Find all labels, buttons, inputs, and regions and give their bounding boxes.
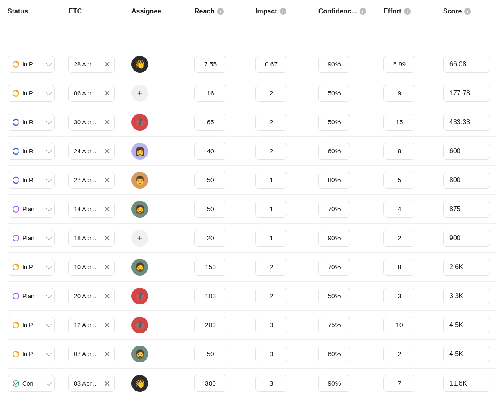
score-value[interactable]: 4.5K (443, 346, 490, 362)
effort-input[interactable]: 8 (383, 259, 415, 276)
effort-input[interactable]: 8 (383, 143, 415, 160)
etc-chip[interactable]: 07 Apr... (68, 346, 115, 362)
assignee-avatar[interactable]: 🕷️ (131, 114, 148, 131)
reach-input[interactable]: 65 (194, 114, 226, 131)
impact-input[interactable]: 2 (255, 114, 287, 131)
reach-input[interactable]: 50 (194, 172, 226, 189)
clear-etc-icon[interactable] (104, 235, 110, 241)
assignee-avatar[interactable]: 👩 (131, 143, 148, 160)
reach-input[interactable]: 20 (194, 230, 226, 247)
confidence-input[interactable]: 50% (318, 114, 350, 131)
effort-input[interactable]: 2 (383, 346, 415, 362)
score-value[interactable]: 66.08 (443, 56, 490, 73)
etc-chip[interactable]: 06 Apr... (68, 85, 115, 102)
confidence-input[interactable]: 90% (318, 230, 350, 247)
confidence-input[interactable]: 70% (318, 201, 350, 218)
status-select[interactable]: Plan (8, 201, 55, 218)
clear-etc-icon[interactable] (104, 177, 110, 183)
score-value[interactable]: 177.78 (443, 85, 490, 102)
column-header[interactable]: Impacti (255, 8, 318, 15)
confidence-input[interactable]: 75% (318, 317, 350, 333)
etc-chip[interactable]: 10 Apr,... (68, 259, 115, 276)
reach-input[interactable]: 50 (194, 201, 226, 218)
info-icon[interactable]: i (217, 8, 224, 15)
etc-chip[interactable]: 12 Apr,... (68, 317, 115, 333)
etc-chip[interactable]: 27 Apr... (68, 172, 115, 189)
assignee-avatar[interactable]: 👋 (131, 375, 148, 392)
confidence-input[interactable]: 50% (318, 85, 350, 102)
effort-input[interactable]: 10 (383, 317, 415, 333)
effort-input[interactable]: 7 (383, 375, 415, 392)
status-select[interactable]: In R (8, 114, 55, 131)
etc-chip[interactable]: 20 Apr... (68, 288, 115, 304)
impact-input[interactable]: 2 (255, 85, 287, 102)
column-header[interactable]: Status (8, 8, 68, 15)
score-value[interactable]: 3.3K (443, 288, 490, 304)
score-value[interactable]: 4.5K (443, 317, 490, 333)
info-icon[interactable]: i (360, 8, 366, 15)
score-value[interactable]: 800 (443, 172, 490, 189)
clear-etc-icon[interactable] (104, 119, 110, 125)
confidence-input[interactable]: 90% (318, 56, 350, 73)
status-select[interactable]: In P (8, 346, 55, 362)
clear-etc-icon[interactable] (104, 206, 110, 212)
reach-input[interactable]: 200 (194, 317, 226, 333)
impact-input[interactable]: 3 (255, 346, 287, 362)
assignee-avatar[interactable]: 🕷️ (131, 288, 148, 304)
reach-input[interactable]: 16 (194, 85, 226, 102)
effort-input[interactable]: 5 (383, 172, 415, 189)
score-value[interactable]: 433.33 (443, 114, 490, 131)
assignee-avatar[interactable]: 🕷️ (131, 317, 148, 333)
effort-input[interactable]: 3 (383, 288, 415, 304)
effort-input[interactable]: 2 (383, 230, 415, 247)
etc-chip[interactable]: 03 Apr... (68, 375, 115, 392)
reach-input[interactable]: 100 (194, 288, 226, 304)
etc-chip[interactable]: 18 Apr,... (68, 230, 115, 247)
confidence-input[interactable]: 70% (318, 259, 350, 276)
clear-etc-icon[interactable] (104, 90, 110, 96)
score-value[interactable]: 875 (443, 201, 490, 218)
impact-input[interactable]: 1 (255, 201, 287, 218)
status-select[interactable]: In R (8, 172, 55, 189)
effort-input[interactable]: 9 (383, 85, 415, 102)
confidence-input[interactable]: 60% (318, 346, 350, 362)
assignee-avatar[interactable]: 👋 (131, 56, 148, 73)
status-select[interactable]: In P (8, 85, 55, 102)
clear-etc-icon[interactable] (104, 322, 110, 328)
clear-etc-icon[interactable] (104, 381, 110, 386)
etc-chip[interactable]: 28 Apr... (68, 56, 115, 73)
status-select[interactable]: Plan (8, 230, 55, 247)
impact-input[interactable]: 0.67 (255, 56, 287, 73)
clear-etc-icon[interactable] (104, 148, 110, 154)
assignee-avatar[interactable]: 👨 (131, 172, 148, 189)
confidence-input[interactable]: 50% (318, 288, 350, 304)
effort-input[interactable]: 15 (383, 114, 415, 131)
column-header[interactable]: Reachi (194, 8, 255, 15)
clear-etc-icon[interactable] (104, 293, 110, 299)
impact-input[interactable]: 3 (255, 375, 287, 392)
status-select[interactable]: Con (8, 375, 55, 392)
info-icon[interactable]: i (280, 8, 286, 15)
column-header[interactable]: Efforti (383, 8, 443, 15)
effort-input[interactable]: 6.89 (383, 56, 415, 73)
impact-input[interactable]: 2 (255, 143, 287, 160)
reach-input[interactable]: 50 (194, 346, 226, 362)
confidence-input[interactable]: 60% (318, 143, 350, 160)
clear-etc-icon[interactable] (104, 264, 110, 270)
info-icon[interactable]: i (404, 8, 411, 15)
confidence-input[interactable]: 80% (318, 172, 350, 189)
status-select[interactable]: Plan (8, 288, 55, 304)
status-select[interactable]: In P (8, 56, 55, 73)
score-value[interactable]: 11.6K (443, 375, 490, 392)
status-select[interactable]: In R (8, 143, 55, 160)
confidence-input[interactable]: 90% (318, 375, 350, 392)
column-header[interactable]: Confidenc...i (318, 8, 383, 15)
etc-chip[interactable]: 30 Apr... (68, 114, 115, 131)
etc-chip[interactable]: 14 Apr,... (68, 201, 115, 218)
add-assignee-button[interactable]: + (131, 85, 148, 102)
assignee-avatar[interactable]: 🧔 (131, 346, 148, 362)
impact-input[interactable]: 1 (255, 172, 287, 189)
impact-input[interactable]: 3 (255, 317, 287, 333)
reach-input[interactable]: 300 (194, 375, 226, 392)
info-icon[interactable]: i (464, 8, 471, 15)
